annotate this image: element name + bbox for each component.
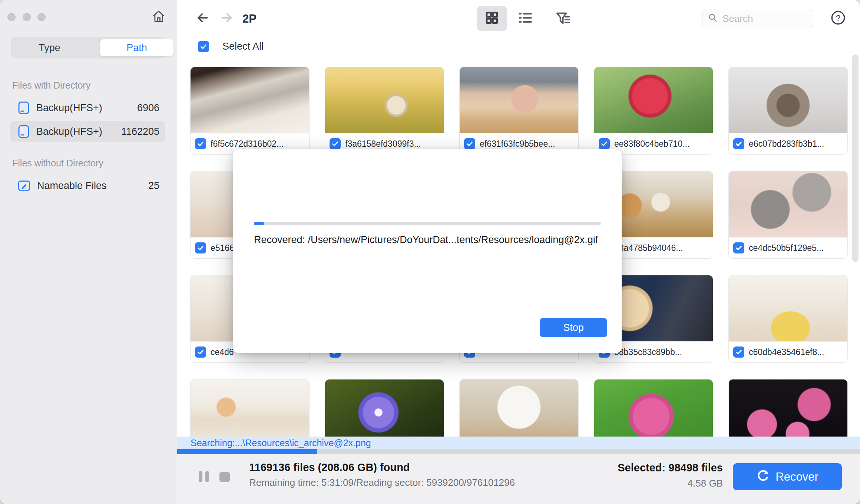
file-name: 98a4785b94046... bbox=[614, 243, 686, 253]
status-bar: 1169136 files (208.06 GB) found Remainin… bbox=[177, 454, 860, 504]
drive-icon bbox=[18, 101, 30, 115]
filter-icon bbox=[555, 10, 572, 29]
drive-icon bbox=[18, 125, 30, 138]
search-icon bbox=[708, 13, 718, 24]
select-all-row: Select All bbox=[198, 41, 264, 52]
sidebar-item-label: Nameable Files bbox=[37, 180, 107, 192]
sidebar-item-label: Backup(HFS+) bbox=[36, 102, 102, 114]
window-close-button[interactable] bbox=[7, 13, 16, 21]
file-name: e6c07bd283fb3b1... bbox=[749, 139, 827, 149]
sidebar-item-nameable-files[interactable]: Nameable Files 25 bbox=[10, 175, 165, 196]
window-minimize-button[interactable] bbox=[23, 13, 31, 21]
file-checkbox[interactable] bbox=[464, 138, 475, 149]
back-button[interactable] bbox=[195, 11, 210, 26]
file-checkbox[interactable] bbox=[733, 346, 744, 358]
searching-band: Searching:...\Resources\ic_archive@2x.pn… bbox=[177, 437, 860, 449]
file-checkbox[interactable] bbox=[195, 346, 206, 358]
file-thumbnail bbox=[191, 379, 309, 446]
recovery-progress-dialog: Recovered: /Users/new/Pictures/DoYourDat… bbox=[233, 149, 622, 353]
toolbar: 2P bbox=[177, 0, 860, 37]
type-path-segmented-control: Type Path bbox=[11, 37, 165, 59]
file-tile[interactable]: f3a6158efd3099f3... bbox=[325, 67, 444, 155]
home-button[interactable] bbox=[151, 10, 166, 24]
file-name: 88b35c83c89bb... bbox=[614, 347, 685, 357]
file-thumbnail bbox=[460, 67, 578, 133]
arrow-right-icon bbox=[220, 11, 234, 26]
tab-path[interactable]: Path bbox=[100, 39, 173, 56]
file-tile-bar: e6c07bd283fb3b1... bbox=[729, 133, 847, 154]
question-mark-icon: ? bbox=[830, 10, 846, 27]
forward-button[interactable] bbox=[219, 11, 234, 26]
file-name: f6f5c672d316b02... bbox=[211, 139, 287, 149]
svg-text:?: ? bbox=[836, 13, 841, 23]
list-view-button[interactable] bbox=[513, 8, 537, 29]
file-thumbnail bbox=[191, 67, 309, 133]
scan-progress-bar bbox=[177, 449, 860, 454]
file-thumbnail bbox=[729, 67, 847, 133]
app-window: Type Path Files with Directory Backup(HF… bbox=[0, 0, 860, 504]
file-thumbnail bbox=[729, 379, 847, 446]
arrow-left-icon bbox=[195, 11, 209, 26]
recovered-path-text: Recovered: /Users/new/Pictures/DoYourDat… bbox=[254, 234, 601, 246]
grid-view-button[interactable] bbox=[477, 6, 507, 31]
section-label-files-without-directory: Files without Directory bbox=[12, 158, 103, 169]
file-checkbox[interactable] bbox=[733, 138, 744, 149]
file-tile[interactable]: f6f5c672d316b02... bbox=[190, 67, 310, 155]
help-button[interactable]: ? bbox=[830, 10, 847, 27]
sidebar-item-backup-hfs-2[interactable]: Backup(HFS+) 1162205 bbox=[10, 121, 165, 142]
file-tile-bar: ce4dc50b5f129e5... bbox=[729, 238, 847, 258]
grid-view-icon bbox=[484, 10, 500, 27]
file-tile[interactable]: e6c07bd283fb3b1... bbox=[728, 67, 848, 155]
filter-button[interactable] bbox=[552, 9, 575, 30]
recovery-progress-fill bbox=[254, 222, 264, 225]
searching-text: Searching:...\Resources\ic_archive@2x.pn… bbox=[191, 438, 371, 448]
file-tile[interactable]: ef631f63fc9b5bee... bbox=[459, 67, 579, 155]
sidebar: Type Path Files with Directory Backup(HF… bbox=[0, 0, 177, 504]
file-thumbnail bbox=[325, 67, 444, 133]
recover-button[interactable]: Recover bbox=[733, 463, 842, 490]
sidebar-item-count: 25 bbox=[148, 180, 159, 192]
recovery-progress-bar bbox=[254, 222, 601, 225]
section-label-files-with-directory: Files with Directory bbox=[12, 80, 90, 91]
file-thumbnail bbox=[594, 67, 713, 133]
file-thumbnail bbox=[594, 379, 713, 446]
scrollbar-thumb[interactable] bbox=[852, 54, 859, 262]
file-checkbox[interactable] bbox=[195, 242, 206, 253]
select-all-label: Select All bbox=[222, 41, 264, 52]
file-name: ef631f63fc9b5bee... bbox=[480, 139, 558, 149]
file-checkbox[interactable] bbox=[599, 138, 610, 149]
file-tile[interactable]: ee83f80c4beb710... bbox=[594, 67, 713, 155]
file-thumbnail bbox=[325, 379, 444, 446]
file-name: f3a6158efd3099f3... bbox=[345, 139, 424, 149]
file-thumbnail bbox=[460, 379, 578, 446]
selected-size-text: 4.58 GB bbox=[177, 478, 723, 489]
toolbar-divider bbox=[544, 10, 544, 27]
edit-folder-icon bbox=[18, 180, 30, 192]
search-input[interactable] bbox=[722, 13, 808, 25]
file-name: ce4dc50b5f129e5... bbox=[749, 243, 827, 253]
file-checkbox[interactable] bbox=[330, 138, 341, 149]
file-checkbox[interactable] bbox=[733, 242, 744, 253]
list-view-icon bbox=[517, 10, 533, 27]
file-name: c60db4e35461ef8... bbox=[749, 347, 827, 357]
tab-type[interactable]: Type bbox=[11, 37, 88, 59]
sidebar-item-count: 6906 bbox=[137, 102, 159, 114]
recover-refresh-icon bbox=[756, 468, 770, 485]
selected-files-text: Selected: 98498 files bbox=[177, 462, 723, 474]
scan-progress-fill bbox=[177, 449, 317, 454]
select-all-checkbox[interactable] bbox=[198, 41, 209, 52]
sidebar-item-count: 1162205 bbox=[121, 126, 159, 137]
file-tile[interactable]: c60db4e35461ef8... bbox=[728, 275, 848, 363]
file-thumbnail bbox=[729, 275, 847, 342]
file-thumbnail bbox=[729, 171, 847, 238]
recover-button-label: Recover bbox=[775, 470, 818, 484]
file-tile[interactable]: ce4dc50b5f129e5... bbox=[728, 171, 848, 259]
home-icon bbox=[152, 9, 166, 25]
file-checkbox[interactable] bbox=[195, 138, 206, 149]
search-box bbox=[702, 9, 813, 28]
page-title: 2P bbox=[242, 12, 257, 26]
stop-button[interactable]: Stop bbox=[540, 318, 607, 337]
file-name: ee83f80c4beb710... bbox=[614, 139, 692, 149]
sidebar-item-backup-hfs-1[interactable]: Backup(HFS+) 6906 bbox=[10, 97, 165, 119]
window-zoom-button[interactable] bbox=[37, 13, 46, 21]
